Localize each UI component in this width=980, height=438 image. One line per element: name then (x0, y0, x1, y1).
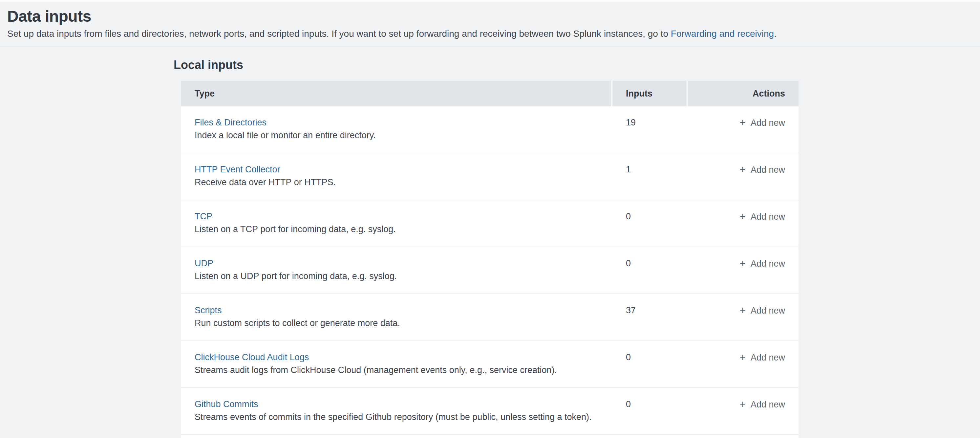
inputs-count: 0 (612, 200, 687, 247)
column-header-inputs: Inputs (612, 81, 687, 107)
input-type-description: Streams audit logs from ClickHouse Cloud… (195, 365, 603, 376)
input-type-description: Run custom scripts to collect or generat… (195, 317, 603, 329)
add-new-label: Add new (749, 118, 785, 128)
add-new-label: Add new (749, 306, 785, 315)
page-title: Data inputs (7, 7, 972, 25)
plus-icon: + (740, 117, 746, 128)
page-header: Data inputs Set up data inputs from file… (0, 2, 980, 47)
table-filler (181, 435, 799, 438)
actions-cell: + Add new (687, 294, 799, 341)
local-inputs-heading: Local inputs (173, 59, 980, 72)
plus-icon: + (740, 305, 746, 316)
add-new-link[interactable]: + Add new (740, 118, 785, 128)
page-subtitle: Set up data inputs from files and direct… (7, 28, 972, 40)
plus-icon: + (740, 164, 746, 175)
table-row: ClickHouse Cloud Audit Logs Streams audi… (181, 341, 799, 388)
plus-icon: + (740, 211, 746, 222)
add-new-label: Add new (749, 400, 785, 409)
table-body: Files & Directories Index a local file o… (181, 107, 799, 435)
add-new-label: Add new (749, 259, 785, 269)
actions-cell: + Add new (687, 200, 799, 247)
actions-cell: + Add new (687, 247, 799, 293)
input-type-description: Receive data over HTTP or HTTPS. (195, 177, 603, 188)
type-cell: Scripts Run custom scripts to collect or… (181, 294, 612, 341)
main-content: Local inputs Type Inputs Actions Files &… (0, 47, 980, 438)
table-row: Files & Directories Index a local file o… (181, 107, 799, 153)
inputs-count: 0 (612, 341, 687, 387)
type-cell: ClickHouse Cloud Audit Logs Streams audi… (181, 341, 612, 387)
add-new-link[interactable]: + Add new (740, 306, 785, 315)
add-new-label: Add new (749, 353, 785, 363)
table-row: TCP Listen on a TCP port for incoming da… (181, 200, 799, 247)
table-row: HTTP Event Collector Receive data over H… (181, 153, 799, 200)
input-type-description: Streams events of commits in the specifi… (195, 411, 603, 422)
plus-icon: + (740, 258, 746, 269)
table-row: Github Commits Streams events of commits… (181, 388, 799, 435)
actions-cell: + Add new (687, 341, 799, 387)
add-new-link[interactable]: + Add new (740, 353, 785, 363)
plus-icon: + (740, 352, 746, 363)
input-type-link[interactable]: Files & Directories (195, 117, 267, 128)
inputs-count: 0 (612, 247, 687, 293)
page-subtitle-suffix: . (774, 29, 776, 39)
inputs-count: 0 (612, 388, 687, 435)
type-cell: HTTP Event Collector Receive data over H… (181, 153, 612, 200)
plus-icon: + (740, 398, 746, 410)
input-type-link[interactable]: HTTP Event Collector (195, 164, 280, 175)
actions-cell: + Add new (687, 153, 799, 200)
inputs-count: 19 (612, 107, 687, 153)
add-new-label: Add new (749, 165, 785, 175)
input-type-link[interactable]: Github Commits (195, 398, 258, 410)
add-new-link[interactable]: + Add new (740, 259, 785, 269)
column-header-actions: Actions (687, 81, 799, 107)
input-type-description: Listen on a UDP port for incoming data, … (195, 271, 603, 282)
add-new-label: Add new (749, 212, 785, 221)
column-header-type: Type (181, 81, 612, 107)
local-inputs-table: Type Inputs Actions Files & Directories … (181, 81, 799, 438)
add-new-link[interactable]: + Add new (740, 400, 785, 409)
type-cell: UDP Listen on a UDP port for incoming da… (181, 247, 612, 293)
table-row: Scripts Run custom scripts to collect or… (181, 294, 799, 341)
forwarding-and-receiving-link[interactable]: Forwarding and receiving (671, 29, 774, 39)
input-type-link[interactable]: TCP (195, 211, 212, 222)
add-new-link[interactable]: + Add new (740, 165, 785, 175)
input-type-link[interactable]: UDP (195, 258, 213, 269)
input-type-description: Index a local file or monitor an entire … (195, 130, 603, 141)
type-cell: Files & Directories Index a local file o… (181, 107, 612, 153)
input-type-description: Listen on a TCP port for incoming data, … (195, 224, 603, 235)
page-subtitle-text: Set up data inputs from files and direct… (7, 29, 668, 39)
input-type-link[interactable]: Scripts (195, 305, 222, 316)
inputs-count: 37 (612, 294, 687, 341)
table-header-row: Type Inputs Actions (181, 81, 799, 107)
input-type-link[interactable]: ClickHouse Cloud Audit Logs (195, 352, 309, 363)
table-row: UDP Listen on a UDP port for incoming da… (181, 247, 799, 294)
actions-cell: + Add new (687, 107, 799, 153)
type-cell: Github Commits Streams events of commits… (181, 388, 612, 435)
type-cell: TCP Listen on a TCP port for incoming da… (181, 200, 612, 247)
add-new-link[interactable]: + Add new (740, 212, 785, 221)
actions-cell: + Add new (687, 388, 799, 435)
inputs-count: 1 (612, 153, 687, 200)
